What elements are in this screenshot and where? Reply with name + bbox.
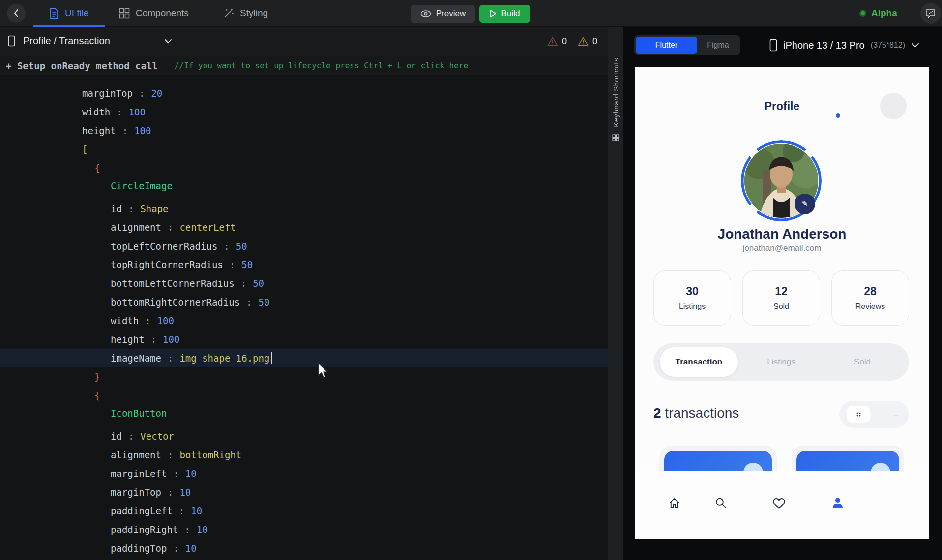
code-token-colon: : — [168, 487, 173, 498]
code-token-num: 10 — [185, 543, 197, 554]
code-line[interactable]: alignment:bottomRight — [0, 446, 608, 464]
grid-view-button[interactable] — [847, 406, 870, 423]
warning-counter[interactable]: 0 — [578, 36, 597, 47]
tab-sold[interactable]: Sold — [830, 343, 894, 381]
app-window: UI file Components Styling Previ — [0, 0, 942, 560]
code-token-num: 50 — [236, 241, 247, 252]
warning-count: 0 — [592, 36, 597, 47]
code-token-colon: : — [128, 431, 134, 442]
code-token-prop: bottomRightCornerRadius — [111, 297, 240, 308]
code-line[interactable]: bottomRightCornerRadius:50 — [0, 293, 608, 311]
keyboard-shortcuts-tab[interactable]: Keyboard Shortcuts — [608, 27, 623, 560]
code-token-colon: : — [241, 278, 246, 289]
nav-profile-button[interactable] — [830, 496, 845, 510]
code-line[interactable]: paddingTop:10 — [0, 539, 608, 558]
code-token-prop: imageName — [111, 353, 161, 364]
nav-favorites-button[interactable] — [771, 496, 786, 510]
code-token-prop: height — [111, 334, 145, 345]
code-line[interactable]: bottomLeftCornerRadius:50 — [0, 274, 608, 293]
code-line[interactable]: topLeftCornerRadius:50 — [0, 237, 608, 255]
back-button[interactable] — [7, 4, 26, 23]
code-token-str: img_shape_16.png — [179, 353, 269, 364]
code-line[interactable]: { — [0, 386, 608, 405]
code-lines: marginTop:20width:100height:100[{CircleI… — [0, 75, 608, 558]
stat-label: Listings — [679, 302, 706, 311]
code-line[interactable]: height:100 — [0, 330, 608, 349]
tab-styling[interactable]: Styling — [223, 0, 268, 27]
code-line[interactable]: marginLeft:10 — [0, 464, 608, 483]
preview-button[interactable]: Preview — [411, 5, 475, 23]
error-counter[interactable]: 0 — [547, 36, 567, 47]
code-token-prop: paddingLeft — [111, 505, 173, 516]
grid-view-icon — [856, 412, 861, 417]
tab-transaction[interactable]: Transaction — [660, 347, 738, 377]
nav-search-button[interactable] — [713, 496, 728, 510]
code-line[interactable]: id:Shape — [0, 199, 608, 218]
toggle-figma-label: Figma — [707, 41, 729, 50]
device-resolution: (375*812) — [871, 41, 905, 50]
code-line[interactable]: alignment:centerLeft — [0, 218, 608, 237]
avatar-edit-button[interactable]: ✎ — [795, 194, 815, 214]
heart-icon — [772, 497, 786, 509]
code-line[interactable]: topRightCornerRadius:50 — [0, 255, 608, 274]
setup-onready-label: + Setup onReady method call — [6, 60, 158, 71]
code-token-num: 100 — [134, 125, 151, 136]
code-line[interactable]: IconButton — [0, 405, 608, 423]
code-token-brace: { — [94, 390, 100, 401]
stat-card-reviews[interactable]: 28 Reviews — [831, 270, 909, 326]
code-token-colon: : — [230, 259, 235, 270]
code-token-colon: : — [145, 315, 150, 326]
code-line[interactable]: id:Vector — [0, 427, 608, 446]
code-token-prop: alignment — [111, 222, 161, 233]
code-line[interactable]: width:100 — [0, 103, 608, 121]
profile-email: jonathan@email.com — [635, 243, 929, 253]
stat-value: 12 — [775, 285, 788, 298]
preview-button-label: Preview — [436, 9, 466, 19]
code-line[interactable]: paddingLeft:10 — [0, 502, 608, 520]
code-line[interactable]: paddingRight:10 — [0, 520, 608, 539]
code-editor[interactable]: + Setup onReady method call //If you wan… — [0, 56, 608, 560]
code-token-prop: marginTop — [111, 487, 161, 498]
chevron-down-icon — [164, 39, 172, 44]
code-line[interactable]: } — [0, 367, 608, 386]
code-token-colon: : — [224, 241, 229, 252]
alpha-status-dot — [859, 10, 866, 17]
code-line[interactable]: [ — [0, 140, 608, 159]
setup-onready-row[interactable]: + Setup onReady method call //If you wan… — [0, 56, 608, 75]
code-line[interactable]: marginTop:10 — [0, 483, 608, 502]
code-line[interactable]: { — [0, 159, 608, 177]
code-token-num: 10 — [191, 505, 202, 516]
tab-listings[interactable]: Listings — [749, 343, 813, 381]
nav-home-button[interactable] — [667, 496, 681, 510]
code-token-str: Shape — [140, 203, 168, 214]
code-line[interactable]: width:100 — [0, 311, 608, 330]
device-phone-icon — [769, 39, 777, 52]
tab-ui-file[interactable]: UI file — [49, 0, 89, 27]
tab-ui-file-label: UI file — [65, 8, 89, 19]
eye-icon — [420, 10, 431, 17]
toggle-flutter[interactable]: Flutter — [636, 37, 697, 54]
play-icon — [490, 10, 497, 18]
device-selector[interactable]: iPhone 13 / 13 Pro (375*812) — [769, 35, 919, 55]
toggle-figma[interactable]: Figma — [697, 35, 739, 55]
top-bar: UI file Components Styling Previ — [0, 0, 942, 27]
code-token-prop: bottomLeftCornerRadius — [111, 278, 235, 289]
list-view-button[interactable]: – — [893, 401, 898, 428]
phone-header-circle-button[interactable] — [880, 93, 907, 119]
code-token-prop: marginLeft — [111, 468, 167, 479]
code-token-colon: : — [128, 203, 134, 214]
code-line[interactable]: CircleImage — [0, 177, 608, 196]
code-line[interactable]: marginTop:20 — [0, 84, 608, 103]
stat-card-sold[interactable]: 12 Sold — [742, 270, 820, 326]
stat-card-listings[interactable]: 30 Listings — [653, 270, 731, 326]
tab-components[interactable]: Components — [119, 0, 189, 27]
feedback-chat-button[interactable] — [920, 3, 941, 24]
build-button[interactable]: Build — [479, 5, 530, 23]
screen-selector-dropdown[interactable]: Profile / Transaction — [0, 35, 172, 47]
text-caret — [271, 352, 272, 364]
screen-title: Profile / Transaction — [23, 35, 156, 47]
code-token-num: 50 — [241, 259, 253, 270]
code-line[interactable]: height:100 — [0, 121, 608, 140]
screen-header-bar: Profile / Transaction 0 0 — [0, 27, 608, 56]
code-line[interactable]: imageName:img_shape_16.png — [0, 349, 608, 367]
